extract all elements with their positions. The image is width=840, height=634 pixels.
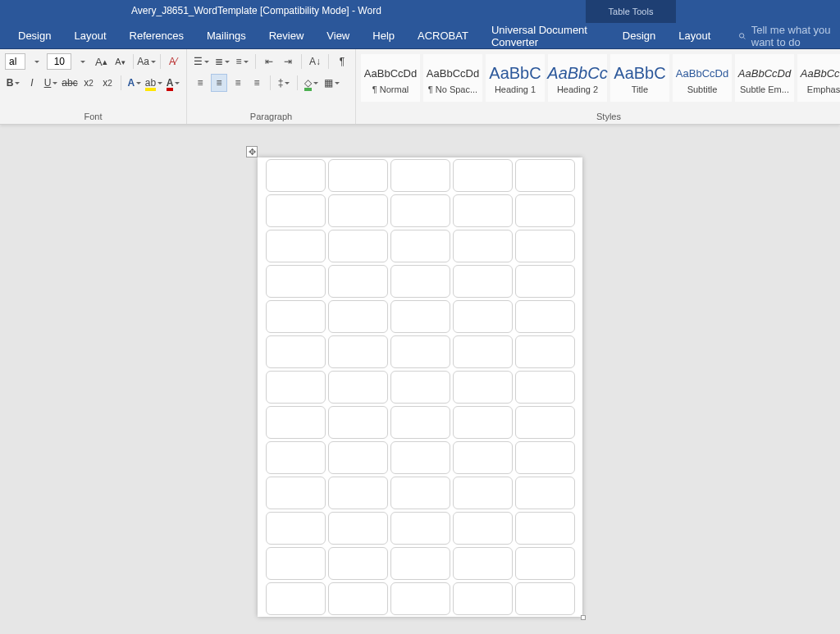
label-cell[interactable] (453, 194, 513, 227)
label-cell[interactable] (390, 265, 450, 298)
label-cell[interactable] (453, 230, 513, 262)
label-cell[interactable] (328, 265, 388, 298)
label-cell[interactable] (515, 300, 575, 333)
style-item-emphasis[interactable]: AaBbCcDdEmphasis (797, 54, 840, 102)
label-cell[interactable] (266, 335, 326, 368)
text-effects-button[interactable]: A (126, 74, 143, 92)
tab-layout[interactable]: Layout (62, 23, 117, 48)
grow-font-button[interactable]: A▴ (93, 52, 109, 71)
label-cell[interactable] (328, 335, 388, 368)
underline-button[interactable]: U (43, 74, 59, 92)
tab-table-design[interactable]: Design (611, 23, 667, 48)
align-right-button[interactable]: ≡ (230, 74, 246, 92)
table-move-handle-icon[interactable]: ✥ (246, 146, 258, 157)
label-cell[interactable] (390, 582, 450, 615)
table-resize-handle-icon[interactable] (581, 615, 586, 620)
label-cell[interactable] (515, 406, 575, 439)
style-item-subtle-em-[interactable]: AaBbCcDdSubtle Em... (735, 54, 794, 102)
justify-button[interactable]: ≡ (249, 74, 265, 92)
superscript-button[interactable]: x2 (99, 74, 116, 92)
label-cell[interactable] (515, 194, 575, 227)
label-cell[interactable] (453, 547, 513, 580)
table-tools-contextual-tab[interactable]: Table Tools (586, 0, 676, 23)
label-cell[interactable] (328, 230, 388, 262)
label-cell[interactable] (328, 477, 388, 509)
label-cell[interactable] (453, 406, 513, 439)
bullets-button[interactable]: ☰ (192, 52, 211, 71)
align-center-button[interactable]: ≡ (211, 74, 227, 92)
label-cell[interactable] (266, 371, 326, 404)
increase-indent-button[interactable]: ⇥ (280, 52, 296, 71)
label-cell[interactable] (266, 406, 326, 439)
label-cell[interactable] (266, 159, 326, 192)
style-item-heading-2[interactable]: AaBbCcHeading 2 (548, 54, 607, 102)
label-cell[interactable] (266, 230, 326, 262)
tab-view[interactable]: View (315, 23, 361, 48)
tab-references[interactable]: References (118, 23, 195, 48)
line-spacing-button[interactable]: ‡ (276, 74, 292, 92)
font-name-combo[interactable]: al (5, 53, 25, 70)
subscript-button[interactable]: x2 (80, 74, 97, 92)
label-cell[interactable] (390, 335, 450, 368)
label-cell[interactable] (328, 582, 388, 615)
style-item-title[interactable]: AaBbCTitle (610, 54, 669, 102)
label-cell[interactable] (453, 159, 513, 192)
label-cell[interactable] (515, 230, 575, 262)
numbering-button[interactable]: ≣ (213, 52, 231, 71)
tab-mailings[interactable]: Mailings (195, 23, 258, 48)
label-cell[interactable] (515, 335, 575, 368)
label-cell[interactable] (515, 582, 575, 615)
label-cell[interactable] (515, 512, 575, 545)
label-cell[interactable] (328, 300, 388, 333)
label-cell[interactable] (390, 194, 450, 227)
label-table[interactable] (266, 159, 575, 615)
label-cell[interactable] (266, 512, 326, 545)
sort-button[interactable]: A↓ (307, 52, 323, 71)
label-cell[interactable] (453, 582, 513, 615)
label-cell[interactable] (390, 406, 450, 439)
borders-button[interactable]: ▦ (322, 74, 341, 92)
font-color-button[interactable]: A (165, 74, 181, 92)
font-size-dropdown-icon[interactable] (74, 52, 90, 71)
label-cell[interactable] (515, 441, 575, 474)
label-cell[interactable] (328, 194, 388, 227)
label-cell[interactable] (266, 300, 326, 333)
shrink-font-button[interactable]: A▾ (112, 52, 128, 71)
label-cell[interactable] (515, 477, 575, 509)
label-cell[interactable] (266, 441, 326, 474)
label-cell[interactable] (266, 582, 326, 615)
label-cell[interactable] (515, 265, 575, 298)
highlight-button[interactable]: ab (145, 74, 162, 92)
label-cell[interactable] (390, 547, 450, 580)
tab-review[interactable]: Review (258, 23, 316, 48)
label-cell[interactable] (390, 477, 450, 509)
label-cell[interactable] (453, 300, 513, 333)
label-cell[interactable] (453, 441, 513, 474)
label-cell[interactable] (328, 512, 388, 545)
label-cell[interactable] (453, 335, 513, 368)
style-item-heading-1[interactable]: AaBbCHeading 1 (486, 54, 545, 102)
label-cell[interactable] (328, 159, 388, 192)
label-cell[interactable] (515, 159, 575, 192)
label-cell[interactable] (390, 512, 450, 545)
label-cell[interactable] (390, 230, 450, 262)
tab-table-layout[interactable]: Layout (667, 23, 722, 48)
tab-acrobat[interactable]: ACROBAT (406, 23, 480, 48)
label-cell[interactable] (453, 371, 513, 404)
label-cell[interactable] (328, 406, 388, 439)
label-cell[interactable] (266, 547, 326, 580)
label-cell[interactable] (266, 477, 326, 509)
style-item--no-spac-[interactable]: AaBbCcDd¶ No Spac... (423, 54, 482, 102)
tab-design[interactable]: Design (7, 23, 62, 48)
bold-button[interactable]: B (5, 74, 21, 92)
label-cell[interactable] (453, 477, 513, 509)
label-cell[interactable] (390, 371, 450, 404)
label-cell[interactable] (515, 547, 575, 580)
shading-button[interactable]: ◇ (303, 74, 320, 92)
strikethrough-button[interactable]: abc (62, 74, 78, 92)
label-cell[interactable] (328, 441, 388, 474)
show-hide-marks-button[interactable]: ¶ (334, 52, 350, 71)
label-cell[interactable] (266, 265, 326, 298)
document-area[interactable]: ✥ (0, 125, 840, 634)
label-cell[interactable] (453, 265, 513, 298)
